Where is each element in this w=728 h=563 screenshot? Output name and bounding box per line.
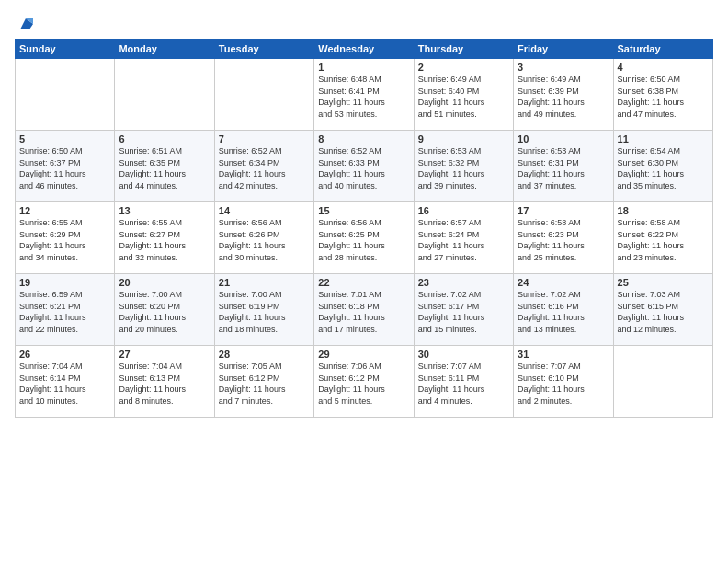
calendar-week-row: 1Sunrise: 6:48 AM Sunset: 6:41 PM Daylig…: [16, 59, 713, 131]
day-number: 6: [119, 133, 210, 144]
day-info: Sunrise: 6:50 AM Sunset: 6:38 PM Dayligh…: [618, 74, 709, 120]
page: SundayMondayTuesdayWednesdayThursdayFrid…: [0, 0, 728, 563]
header: [15, 11, 713, 33]
day-number: 12: [19, 205, 110, 216]
day-number: 13: [119, 205, 210, 216]
day-number: 16: [418, 205, 509, 216]
day-number: 4: [618, 62, 709, 73]
day-number: 31: [518, 349, 609, 360]
calendar-cell: 30Sunrise: 7:07 AM Sunset: 6:11 PM Dayli…: [414, 346, 513, 418]
day-info: Sunrise: 6:52 AM Sunset: 6:34 PM Dayligh…: [219, 145, 310, 191]
weekday-header: Saturday: [613, 40, 712, 59]
calendar-week-row: 19Sunrise: 6:59 AM Sunset: 6:21 PM Dayli…: [16, 274, 713, 346]
day-info: Sunrise: 7:03 AM Sunset: 6:15 PM Dayligh…: [618, 289, 709, 335]
day-number: 7: [219, 133, 310, 144]
calendar-cell: 11Sunrise: 6:54 AM Sunset: 6:30 PM Dayli…: [613, 131, 712, 202]
calendar-cell: 21Sunrise: 7:00 AM Sunset: 6:19 PM Dayli…: [214, 274, 313, 346]
calendar-cell: [115, 59, 214, 131]
calendar-cell: 4Sunrise: 6:50 AM Sunset: 6:38 PM Daylig…: [613, 59, 712, 131]
calendar-cell: 9Sunrise: 6:53 AM Sunset: 6:32 PM Daylig…: [414, 131, 513, 202]
weekday-header: Tuesday: [214, 40, 313, 59]
calendar-cell: 14Sunrise: 6:56 AM Sunset: 6:26 PM Dayli…: [214, 202, 313, 274]
day-number: 29: [318, 349, 409, 360]
day-number: 8: [318, 133, 409, 144]
calendar-cell: 31Sunrise: 7:07 AM Sunset: 6:10 PM Dayli…: [514, 346, 613, 418]
day-number: 25: [618, 277, 709, 288]
day-number: 26: [19, 349, 110, 360]
calendar-cell: 16Sunrise: 6:57 AM Sunset: 6:24 PM Dayli…: [414, 202, 513, 274]
day-number: 2: [418, 62, 509, 73]
calendar-cell: 2Sunrise: 6:49 AM Sunset: 6:40 PM Daylig…: [414, 59, 513, 131]
day-info: Sunrise: 7:07 AM Sunset: 6:10 PM Dayligh…: [518, 361, 609, 407]
day-info: Sunrise: 7:07 AM Sunset: 6:11 PM Dayligh…: [418, 361, 509, 407]
day-info: Sunrise: 7:02 AM Sunset: 6:17 PM Dayligh…: [418, 289, 509, 335]
day-info: Sunrise: 7:01 AM Sunset: 6:18 PM Dayligh…: [318, 289, 409, 335]
day-info: Sunrise: 7:02 AM Sunset: 6:16 PM Dayligh…: [518, 289, 609, 335]
calendar-cell: 5Sunrise: 6:50 AM Sunset: 6:37 PM Daylig…: [16, 131, 115, 202]
calendar-week-row: 26Sunrise: 7:04 AM Sunset: 6:14 PM Dayli…: [16, 346, 713, 418]
day-info: Sunrise: 6:54 AM Sunset: 6:30 PM Dayligh…: [618, 145, 709, 191]
weekday-header: Sunday: [16, 40, 115, 59]
calendar-cell: 3Sunrise: 6:49 AM Sunset: 6:39 PM Daylig…: [514, 59, 613, 131]
calendar-cell: 27Sunrise: 7:04 AM Sunset: 6:13 PM Dayli…: [115, 346, 214, 418]
day-info: Sunrise: 7:00 AM Sunset: 6:19 PM Dayligh…: [219, 289, 310, 335]
calendar-cell: 22Sunrise: 7:01 AM Sunset: 6:18 PM Dayli…: [314, 274, 414, 346]
day-number: 1: [318, 62, 409, 73]
calendar-week-row: 12Sunrise: 6:55 AM Sunset: 6:29 PM Dayli…: [16, 202, 713, 274]
logo: [15, 15, 35, 33]
calendar-cell: 17Sunrise: 6:58 AM Sunset: 6:23 PM Dayli…: [514, 202, 613, 274]
day-number: 9: [418, 133, 509, 144]
calendar-week-row: 5Sunrise: 6:50 AM Sunset: 6:37 PM Daylig…: [16, 131, 713, 202]
day-number: 11: [618, 133, 709, 144]
calendar-cell: 19Sunrise: 6:59 AM Sunset: 6:21 PM Dayli…: [16, 274, 115, 346]
calendar-cell: 10Sunrise: 6:53 AM Sunset: 6:31 PM Dayli…: [514, 131, 613, 202]
day-info: Sunrise: 6:50 AM Sunset: 6:37 PM Dayligh…: [19, 145, 110, 191]
day-info: Sunrise: 6:55 AM Sunset: 6:27 PM Dayligh…: [119, 217, 210, 263]
day-number: 18: [618, 205, 709, 216]
day-info: Sunrise: 6:56 AM Sunset: 6:25 PM Dayligh…: [318, 217, 409, 263]
day-number: 28: [219, 349, 310, 360]
calendar-cell: [16, 59, 115, 131]
day-info: Sunrise: 7:00 AM Sunset: 6:20 PM Dayligh…: [119, 289, 210, 335]
day-number: 17: [518, 205, 609, 216]
day-info: Sunrise: 7:05 AM Sunset: 6:12 PM Dayligh…: [219, 361, 310, 407]
calendar-cell: 20Sunrise: 7:00 AM Sunset: 6:20 PM Dayli…: [115, 274, 214, 346]
day-number: 3: [518, 62, 609, 73]
day-info: Sunrise: 6:58 AM Sunset: 6:23 PM Dayligh…: [518, 217, 609, 263]
day-info: Sunrise: 6:59 AM Sunset: 6:21 PM Dayligh…: [19, 289, 110, 335]
calendar-cell: 28Sunrise: 7:05 AM Sunset: 6:12 PM Dayli…: [214, 346, 313, 418]
calendar-cell: 23Sunrise: 7:02 AM Sunset: 6:17 PM Dayli…: [414, 274, 513, 346]
day-info: Sunrise: 6:58 AM Sunset: 6:22 PM Dayligh…: [618, 217, 709, 263]
day-number: 15: [318, 205, 409, 216]
calendar-cell: 12Sunrise: 6:55 AM Sunset: 6:29 PM Dayli…: [16, 202, 115, 274]
calendar-cell: 8Sunrise: 6:52 AM Sunset: 6:33 PM Daylig…: [314, 131, 414, 202]
calendar-cell: 6Sunrise: 6:51 AM Sunset: 6:35 PM Daylig…: [115, 131, 214, 202]
weekday-header: Wednesday: [314, 40, 414, 59]
day-info: Sunrise: 6:49 AM Sunset: 6:40 PM Dayligh…: [418, 74, 509, 120]
day-info: Sunrise: 6:53 AM Sunset: 6:31 PM Dayligh…: [518, 145, 609, 191]
calendar: SundayMondayTuesdayWednesdayThursdayFrid…: [15, 39, 713, 418]
day-info: Sunrise: 6:48 AM Sunset: 6:41 PM Dayligh…: [318, 74, 409, 120]
day-info: Sunrise: 6:49 AM Sunset: 6:39 PM Dayligh…: [518, 74, 609, 120]
day-info: Sunrise: 6:52 AM Sunset: 6:33 PM Dayligh…: [318, 145, 409, 191]
day-number: 5: [19, 133, 110, 144]
calendar-cell: 18Sunrise: 6:58 AM Sunset: 6:22 PM Dayli…: [613, 202, 712, 274]
day-number: 27: [119, 349, 210, 360]
day-number: 24: [518, 277, 609, 288]
weekday-header-row: SundayMondayTuesdayWednesdayThursdayFrid…: [16, 40, 713, 59]
calendar-cell: 7Sunrise: 6:52 AM Sunset: 6:34 PM Daylig…: [214, 131, 313, 202]
day-info: Sunrise: 7:06 AM Sunset: 6:12 PM Dayligh…: [318, 361, 409, 407]
day-number: 19: [19, 277, 110, 288]
day-number: 14: [219, 205, 310, 216]
logo-icon: [17, 15, 35, 33]
day-number: 21: [219, 277, 310, 288]
day-info: Sunrise: 6:51 AM Sunset: 6:35 PM Dayligh…: [119, 145, 210, 191]
day-info: Sunrise: 7:04 AM Sunset: 6:13 PM Dayligh…: [119, 361, 210, 407]
day-info: Sunrise: 6:53 AM Sunset: 6:32 PM Dayligh…: [418, 145, 509, 191]
day-info: Sunrise: 6:57 AM Sunset: 6:24 PM Dayligh…: [418, 217, 509, 263]
day-info: Sunrise: 6:55 AM Sunset: 6:29 PM Dayligh…: [19, 217, 110, 263]
weekday-header: Monday: [115, 40, 214, 59]
day-info: Sunrise: 6:56 AM Sunset: 6:26 PM Dayligh…: [219, 217, 310, 263]
calendar-cell: 26Sunrise: 7:04 AM Sunset: 6:14 PM Dayli…: [16, 346, 115, 418]
calendar-cell: 1Sunrise: 6:48 AM Sunset: 6:41 PM Daylig…: [314, 59, 414, 131]
